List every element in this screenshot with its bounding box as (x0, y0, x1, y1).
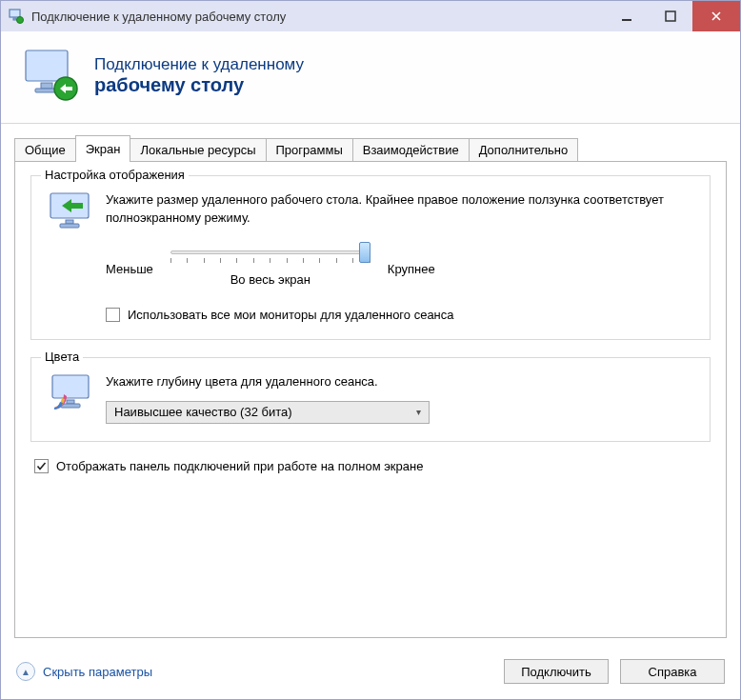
connection-bar-label: Отображать панель подключений при работе… (56, 459, 423, 473)
color-depth-select[interactable]: Наивысшее качество (32 бита) ▾ (106, 401, 430, 424)
footer: ▲ Скрыть параметры Подключить Справка (1, 648, 740, 699)
banner-text: Подключение к удаленному рабочему столу (94, 55, 304, 96)
svg-rect-5 (26, 50, 68, 81)
minimize-button[interactable] (605, 1, 649, 31)
svg-rect-12 (52, 375, 89, 398)
resolution-slider[interactable] (170, 250, 370, 263)
display-description: Укажите размер удаленного рабочего стола… (106, 191, 692, 228)
svg-rect-3 (622, 19, 631, 21)
svg-rect-4 (666, 11, 675, 21)
slider-min-label: Меньше (106, 262, 153, 276)
slider-column: Во весь экран (170, 250, 370, 287)
tab-advanced[interactable]: Дополнительно (469, 138, 579, 161)
color-depth-icon (49, 373, 94, 411)
rdp-banner-icon (20, 45, 81, 106)
group-display-title: Настройка отображения (41, 168, 189, 182)
svg-rect-13 (67, 400, 74, 404)
group-display-settings: Настройка отображения Укажите размер уда… (30, 175, 711, 340)
svg-rect-10 (66, 220, 73, 224)
display-size-icon (49, 191, 94, 230)
resolution-slider-row: Меньше Во весь экран Крупнее (106, 250, 692, 287)
connection-bar-row: Отображать панель подключений при работе… (34, 459, 711, 473)
svg-rect-6 (41, 83, 52, 89)
maximize-button[interactable] (649, 1, 692, 31)
group-colors: Цвета Укажите глубину цвета д (30, 357, 711, 442)
connect-button[interactable]: Подключить (504, 659, 609, 684)
svg-point-2 (17, 17, 24, 24)
banner-line1: Подключение к удаленному (94, 55, 304, 74)
rdp-window: Подключение к удаленному рабочему столу (0, 0, 741, 700)
colors-column: Укажите глубину цвета для удаленного сеа… (106, 373, 692, 424)
app-icon (9, 9, 24, 24)
window-controls (605, 1, 740, 31)
colors-description: Укажите глубину цвета для удаленного сеа… (106, 373, 692, 391)
tab-local-resources[interactable]: Локальные ресурсы (130, 138, 266, 161)
svg-rect-11 (60, 224, 79, 228)
banner-line2: рабочему столу (94, 74, 304, 96)
color-depth-value: Наивысшее качество (32 бита) (114, 405, 292, 419)
tab-programs[interactable]: Программы (266, 138, 353, 161)
titlebar: Подключение к удаленному рабочему столу (1, 1, 740, 31)
use-all-monitors-row: Использовать все мои мониторы для удален… (106, 308, 692, 322)
use-all-monitors-label: Использовать все мои мониторы для удален… (128, 308, 454, 322)
help-button[interactable]: Справка (620, 659, 725, 684)
slider-max-label: Крупнее (388, 262, 435, 276)
banner: Подключение к удаленному рабочему столу (1, 31, 740, 124)
tabpage-display: Настройка отображения Укажите размер уда… (14, 161, 727, 638)
svg-rect-1 (13, 18, 16, 20)
group-colors-title: Цвета (41, 350, 83, 364)
chevron-down-icon: ▾ (416, 407, 421, 417)
hide-options-label: Скрыть параметры (43, 665, 152, 679)
chevron-up-icon: ▲ (16, 662, 35, 681)
content-area: Общие Экран Локальные ресурсы Программы … (1, 124, 740, 648)
window-title: Подключение к удаленному рабочему столу (31, 10, 605, 24)
close-button[interactable] (692, 1, 740, 31)
svg-rect-0 (10, 10, 20, 17)
slider-value-label: Во весь экран (170, 272, 370, 287)
tab-general[interactable]: Общие (14, 138, 76, 161)
tab-display[interactable]: Экран (75, 135, 131, 162)
tab-experience[interactable]: Взаимодействие (352, 138, 470, 161)
hide-options-link[interactable]: ▲ Скрыть параметры (16, 662, 152, 681)
slider-thumb[interactable] (359, 242, 370, 263)
tabstrip: Общие Экран Локальные ресурсы Программы … (14, 135, 727, 161)
use-all-monitors-checkbox[interactable] (106, 308, 120, 322)
connection-bar-checkbox[interactable] (34, 459, 49, 473)
